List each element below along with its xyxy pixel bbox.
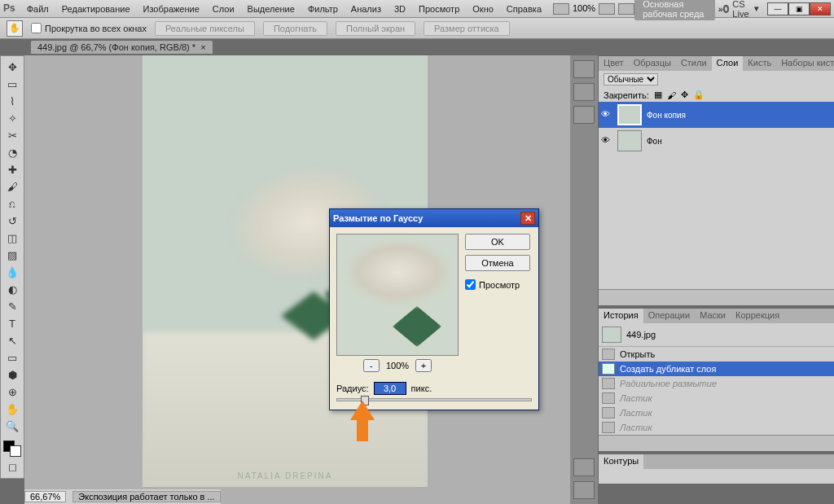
tab-brushsets[interactable]: Наборы кист: [776, 56, 834, 71]
menu-analysis[interactable]: Анализ: [345, 2, 388, 15]
radius-input[interactable]: [374, 382, 406, 395]
tab-actions[interactable]: Операции: [643, 309, 695, 323]
menu-view[interactable]: Просмотр: [412, 2, 466, 15]
tab-styles[interactable]: Стили: [676, 56, 712, 71]
history-item[interactable]: Ластик: [599, 391, 834, 405]
view-extras-icon[interactable]: [599, 3, 615, 15]
launch-bridge-icon[interactable]: [553, 3, 569, 15]
full-screen-button[interactable]: Полный экран: [336, 21, 415, 36]
history-snapshot-thumb[interactable]: [602, 327, 621, 343]
dialog-preview[interactable]: [336, 234, 459, 356]
crop-tool-icon[interactable]: ✂: [3, 128, 21, 142]
lock-position-icon[interactable]: ✥: [681, 90, 688, 100]
cancel-button[interactable]: Отмена: [465, 255, 530, 271]
layer-row[interactable]: 👁 Фон копия: [599, 102, 834, 128]
type-tool-icon[interactable]: T: [3, 316, 21, 331]
document-tab[interactable]: 449.jpg @ 66,7% (Фон копия, RGB/8) * ×: [31, 41, 213, 54]
blur-tool-icon[interactable]: 💧: [3, 265, 21, 279]
zoom-in-button[interactable]: +: [415, 359, 432, 372]
blend-mode-select[interactable]: Обычные: [604, 73, 658, 85]
menu-help[interactable]: Справка: [500, 2, 548, 15]
lasso-tool-icon[interactable]: ⌇: [3, 94, 21, 108]
menu-image[interactable]: Изображение: [137, 2, 206, 15]
color-swatches[interactable]: [3, 440, 21, 457]
menu-3d[interactable]: 3D: [388, 2, 412, 15]
menu-edit[interactable]: Редактирование: [55, 2, 137, 15]
visibility-icon[interactable]: 👁: [601, 135, 612, 147]
collapsed-panel-icon[interactable]: [573, 458, 595, 476]
collapsed-panel-icon[interactable]: [573, 106, 595, 124]
tab-swatches[interactable]: Образцы: [629, 56, 676, 71]
scroll-all-windows-checkbox[interactable]: Прокрутка во всех окнах: [31, 23, 147, 33]
layer-row[interactable]: 👁 Фон 🔒: [599, 128, 834, 154]
dialog-close-icon[interactable]: ✕: [520, 212, 535, 225]
tab-masks[interactable]: Маски: [695, 309, 731, 323]
collapsed-panel-icon[interactable]: [573, 481, 595, 499]
layer-thumbnail[interactable]: [617, 104, 642, 125]
actual-pixels-button[interactable]: Реальные пикселы: [155, 21, 255, 36]
menu-layers[interactable]: Слои: [206, 2, 241, 15]
status-zoom[interactable]: 66,67%: [24, 491, 66, 502]
stamp-tool-icon[interactable]: ⎌: [3, 196, 21, 211]
shape-tool-icon[interactable]: ▭: [3, 350, 21, 365]
hand-tool-icon[interactable]: ✋: [7, 20, 23, 37]
move-tool-icon[interactable]: ✥: [3, 59, 21, 74]
gradient-tool-icon[interactable]: ▨: [3, 248, 21, 262]
eyedropper-tool-icon[interactable]: ◔: [3, 145, 21, 160]
workspace-switcher[interactable]: Основная рабочая среда: [634, 0, 715, 20]
lock-transparent-icon[interactable]: ▦: [654, 90, 662, 100]
tab-brush[interactable]: Кисть: [743, 56, 776, 71]
pen-tool-icon[interactable]: ✎: [3, 299, 21, 313]
path-tool-icon[interactable]: ↖: [3, 333, 21, 348]
tab-adjustments[interactable]: Коррекция: [731, 309, 784, 323]
layer-thumbnail[interactable]: [617, 130, 642, 151]
brush-tool-icon[interactable]: 🖌: [3, 179, 21, 194]
visibility-icon[interactable]: 👁: [601, 109, 612, 121]
zoom-out-button[interactable]: -: [363, 359, 380, 372]
eraser-tool-icon[interactable]: ◫: [3, 230, 21, 245]
slider-thumb[interactable]: [361, 396, 369, 405]
status-info[interactable]: Экспозиция работает только в ...: [72, 491, 220, 502]
collapsed-panel-icon[interactable]: [573, 60, 595, 78]
menu-select[interactable]: Выделение: [241, 2, 301, 15]
close-tab-icon[interactable]: ×: [200, 42, 205, 52]
history-item[interactable]: Создать дубликат слоя: [599, 362, 834, 376]
window-close-icon[interactable]: ✕: [810, 2, 831, 15]
tab-history[interactable]: История: [599, 309, 643, 323]
cslive-button[interactable]: CS Live▾: [723, 0, 759, 19]
menu-window[interactable]: Окно: [466, 2, 500, 15]
marquee-tool-icon[interactable]: ▭: [3, 77, 21, 91]
ok-button[interactable]: OK: [465, 234, 530, 250]
history-item[interactable]: Ластик: [599, 405, 834, 420]
window-minimize-icon[interactable]: —: [767, 2, 788, 15]
tab-layers[interactable]: Слои: [712, 56, 744, 71]
wand-tool-icon[interactable]: ✧: [3, 111, 21, 125]
history-item[interactable]: Открыть: [599, 347, 834, 362]
radius-slider[interactable]: [336, 398, 532, 401]
lock-all-icon[interactable]: 🔒: [693, 90, 705, 100]
preview-checkbox[interactable]: Просмотр: [465, 279, 532, 290]
3d-camera-tool-icon[interactable]: ⊕: [3, 384, 21, 399]
zoom-level[interactable]: 100%: [573, 3, 595, 15]
history-item[interactable]: Радиальное размытие: [599, 376, 834, 391]
history-item[interactable]: Ластик: [599, 420, 834, 435]
tab-color[interactable]: Цвет: [599, 56, 629, 71]
fit-screen-button[interactable]: Подогнать: [263, 21, 327, 36]
quickmask-icon[interactable]: ◻: [3, 459, 21, 474]
tab-paths[interactable]: Контуры: [599, 454, 643, 469]
screen-mode-icon[interactable]: [618, 3, 634, 15]
window-maximize-icon[interactable]: ▣: [788, 2, 810, 15]
history-brush-tool-icon[interactable]: ↺: [3, 213, 21, 228]
menu-filter[interactable]: Фильтр: [301, 2, 345, 15]
dodge-tool-icon[interactable]: ◐: [3, 282, 21, 296]
menu-file[interactable]: Файл: [20, 2, 55, 15]
layer-list: 👁 Фон копия 👁 Фон 🔒: [599, 102, 834, 289]
dialog-titlebar[interactable]: Размытие по Гауссу ✕: [330, 209, 538, 227]
print-size-button[interactable]: Размер оттиска: [424, 21, 510, 36]
collapsed-panel-icon[interactable]: [573, 83, 595, 101]
3d-tool-icon[interactable]: ⬢: [3, 367, 21, 382]
heal-tool-icon[interactable]: ✚: [3, 162, 21, 177]
zoom-tool-icon[interactable]: 🔍: [3, 419, 21, 433]
lock-pixels-icon[interactable]: 🖌: [667, 90, 676, 100]
hand-tool-icon[interactable]: ✋: [3, 401, 21, 416]
